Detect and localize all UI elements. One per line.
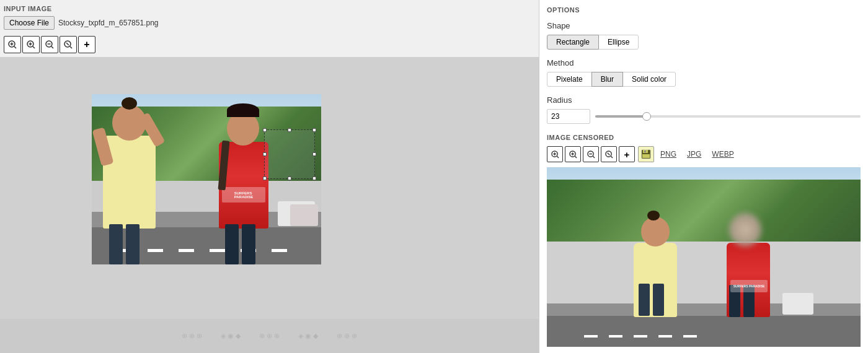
handle-bm[interactable]	[288, 176, 291, 180]
handle-tr[interactable]	[312, 128, 316, 132]
input-image-label: INPUT IMAGE	[4, 5, 535, 12]
selection-rectangle[interactable]	[264, 129, 315, 179]
slider-thumb[interactable]	[642, 112, 651, 121]
svg-line-12	[70, 46, 72, 48]
radius-row	[547, 109, 861, 124]
shape-rectangle-button[interactable]: Rectangle	[547, 35, 599, 50]
save-button[interactable]	[638, 146, 654, 162]
zoom-fit-button[interactable]	[60, 36, 77, 53]
file-row: Choose File Stocksy_txpfd_m_657851.png	[4, 16, 535, 30]
slider-track	[595, 115, 649, 118]
svg-line-3	[14, 46, 16, 48]
censored-zoom-in-icon	[551, 150, 559, 159]
shape-label: Shape	[547, 21, 861, 30]
image-censored-title: IMAGE CENSORED	[547, 134, 861, 141]
shape-button-group: Rectangle Ellipse	[547, 35, 861, 50]
censored-zoom-in-button[interactable]	[547, 146, 563, 162]
handle-tl[interactable]	[263, 128, 267, 132]
filename-text: Stocksy_txpfd_m_657851.png	[58, 19, 158, 27]
zoom-fit-icon	[64, 40, 73, 49]
watermark-2: ◈ ◉ ◆	[221, 332, 241, 340]
input-image-container: SURFERSPARADISE	[92, 94, 321, 264]
radius-slider[interactable]	[595, 115, 861, 118]
watermark-4: ◈ ◉ ◆	[298, 332, 318, 340]
svg-rect-31	[642, 154, 650, 158]
choose-file-button[interactable]: Choose File	[4, 16, 55, 30]
options-title: OPTIONS	[547, 6, 861, 14]
right-panel: OPTIONS Shape Rectangle Ellipse Method P…	[539, 0, 868, 353]
svg-rect-30	[644, 150, 646, 152]
method-label: Method	[547, 58, 861, 68]
censored-zoom-out-button[interactable]	[583, 146, 599, 162]
save-icon	[641, 149, 651, 159]
radius-input[interactable]	[547, 109, 590, 124]
censored-preview: SURFERS PARADISE	[547, 167, 861, 347]
censored-zoom-in-2-icon	[569, 150, 577, 159]
handle-mr[interactable]	[312, 152, 316, 156]
svg-line-26	[611, 156, 613, 158]
zoom-out-icon	[45, 40, 54, 49]
censored-toolbar: + PNG JPG WEBP	[547, 146, 861, 162]
svg-line-21	[575, 156, 577, 158]
radius-label: Radius	[547, 95, 861, 105]
watermark-3: ⊕ ⊕ ⊕	[259, 332, 280, 340]
svg-line-17	[557, 156, 559, 158]
left-panel: INPUT IMAGE Choose File Stocksy_txpfd_m_…	[0, 0, 539, 353]
webp-format-button[interactable]: WEBP	[707, 148, 738, 160]
method-pixelate-button[interactable]: Pixelate	[547, 72, 592, 87]
svg-line-24	[593, 156, 595, 158]
watermark-bar: ⊕ ⊕ ⊕ ◈ ◉ ◆ ⊕ ⊕ ⊕ ◈ ◉ ◆ ⊕ ⊕ ⊕	[0, 319, 539, 353]
svg-line-13	[66, 43, 69, 45]
method-solid-color-button[interactable]: Solid color	[622, 72, 676, 87]
censored-zoom-out-icon	[587, 150, 595, 159]
method-button-group: Pixelate Blur Solid color	[547, 72, 861, 87]
censored-zoom-in-2-button[interactable]	[565, 146, 581, 162]
method-blur-button[interactable]: Blur	[591, 72, 623, 87]
handle-ml[interactable]	[263, 152, 267, 156]
png-format-button[interactable]: PNG	[656, 148, 681, 160]
zoom-in-2-icon	[27, 40, 35, 49]
handle-bl[interactable]	[263, 176, 267, 180]
censored-add-button[interactable]: +	[619, 146, 635, 162]
input-header: INPUT IMAGE Choose File Stocksy_txpfd_m_…	[0, 0, 539, 36]
add-region-button[interactable]: +	[78, 36, 95, 53]
watermark-1: ⊕ ⊕ ⊕	[182, 332, 202, 340]
zoom-out-button[interactable]	[41, 36, 58, 53]
shape-ellipse-button[interactable]: Ellipse	[598, 35, 639, 50]
watermark-5: ⊕ ⊕ ⊕	[337, 332, 357, 340]
censored-zoom-fit-button[interactable]	[601, 146, 617, 162]
zoom-in-2-button[interactable]	[22, 36, 40, 53]
handle-tm[interactable]	[288, 128, 291, 132]
canvas-area[interactable]: SURFERSPARADISE ⊕ ⊕ ⊕	[0, 57, 539, 353]
zoom-in-icon	[8, 40, 17, 49]
svg-line-27	[607, 152, 609, 155]
censored-zoom-fit-icon	[605, 150, 613, 159]
zoom-toolbar-left: +	[0, 36, 539, 57]
zoom-in-button[interactable]	[4, 36, 21, 53]
handle-br[interactable]	[312, 176, 316, 180]
jpg-format-button[interactable]: JPG	[683, 148, 706, 160]
svg-line-10	[51, 46, 53, 48]
svg-line-7	[33, 46, 35, 48]
